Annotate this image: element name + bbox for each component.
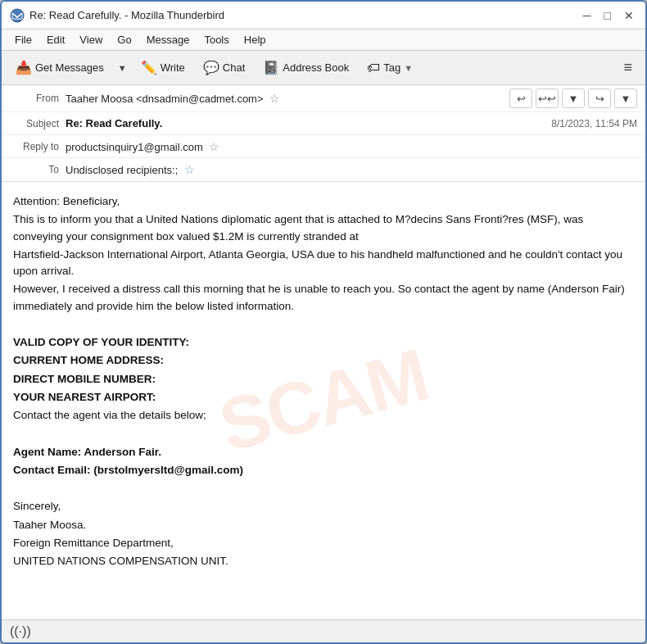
get-messages-label: Get Messages <box>35 61 104 74</box>
to-value: Undisclosed recipients:; ☆ <box>66 163 637 176</box>
reply-to-value: productsinquiry1@gmail.com ☆ <box>66 140 637 153</box>
write-button[interactable]: ✏️ Write <box>133 56 192 79</box>
from-label: From <box>10 93 59 104</box>
subject-label: Subject <box>10 118 59 129</box>
body-line-15: Taaher Moosa. <box>13 517 634 533</box>
menu-bar: File Edit View Go Message Tools Help <box>2 29 645 51</box>
write-icon: ✏️ <box>141 60 157 75</box>
body-line-9: Contact the agent via the details below; <box>13 407 634 424</box>
minimize-button[interactable]: ─ <box>580 7 595 24</box>
address-book-button[interactable]: 📓 Address Book <box>256 56 356 79</box>
reply-to-text: productsinquiry1@gmail.com <box>66 141 203 153</box>
chat-button[interactable]: 💬 Chat <box>196 56 252 79</box>
reply-to-star-icon[interactable]: ☆ <box>209 140 219 153</box>
signal-icon: ((·)) <box>10 624 31 639</box>
from-value: Taaher Moosa <dnsadmin@cadmet.com> ☆ <box>66 92 509 105</box>
menu-tools[interactable]: Tools <box>197 32 235 48</box>
menu-edit[interactable]: Edit <box>40 32 71 48</box>
write-label: Write <box>161 61 185 74</box>
body-line-11: Agent Name: Anderson Fair. <box>13 444 634 460</box>
menu-file[interactable]: File <box>8 32 38 48</box>
subject-row: Subject Re: Read Carefully. 8/1/2023, 11… <box>2 112 645 135</box>
get-messages-dropdown[interactable]: ▼ <box>115 59 130 77</box>
get-messages-button[interactable]: 📥 Get Messages <box>8 56 111 79</box>
tag-icon: 🏷 <box>367 61 380 75</box>
body-line-7: DIRECT MOBILE NUMBER: <box>13 371 634 388</box>
main-window: Re: Read Carefully. - Mozilla Thunderbir… <box>0 0 647 644</box>
body-line-0: Attention: Beneficiary, <box>13 193 634 210</box>
body-line-5: VALID COPY OF YOUR IDENTITY: <box>13 334 634 351</box>
menu-view[interactable]: View <box>73 32 109 48</box>
more-button[interactable]: ▼ <box>614 88 637 108</box>
address-book-label: Address Book <box>283 61 349 74</box>
body-line-1: This is to inform you that a United Nati… <box>13 211 634 245</box>
tag-label: Tag <box>383 61 400 74</box>
window-controls: ─ □ ✕ <box>580 7 637 24</box>
address-book-icon: 📓 <box>263 60 279 75</box>
body-line-4 <box>13 316 634 333</box>
to-star-icon[interactable]: ☆ <box>184 163 195 176</box>
header-action-buttons: ↩ ↩↩ ▼ ↪ ▼ <box>509 88 637 108</box>
title-bar-left: Re: Read Carefully. - Mozilla Thunderbir… <box>10 8 224 23</box>
body-line-12: Contact Email: (brstolmyersltd@gmail.com… <box>13 462 634 478</box>
toolbar: 📥 Get Messages ▼ ✏️ Write 💬 Chat 📓 Addre… <box>2 51 645 85</box>
from-star-icon[interactable]: ☆ <box>269 92 280 105</box>
expand-button[interactable]: ▼ <box>562 88 585 108</box>
tag-button[interactable]: 🏷 Tag ▼ <box>360 57 420 79</box>
tag-dropdown-arrow: ▼ <box>404 63 413 73</box>
body-line-2: Hartsfield-Jackson International Airport… <box>13 247 634 280</box>
body-line-14: Sincerely, <box>13 498 634 515</box>
reply-button[interactable]: ↩ <box>509 88 532 108</box>
body-line-17: UNITED NATIONS COMPENSATION UNIT. <box>13 553 634 569</box>
reply-all-button[interactable]: ↩↩ <box>536 88 559 108</box>
body-content: Attention: Beneficiary, This is to infor… <box>13 193 634 569</box>
body-line-16: Foreign Remittance Department, <box>13 535 634 551</box>
forward-button[interactable]: ↪ <box>588 88 611 108</box>
to-label: To <box>10 164 59 175</box>
get-messages-icon: 📥 <box>16 60 32 75</box>
status-bar: ((·)) <box>2 619 645 642</box>
menu-go[interactable]: Go <box>111 32 138 48</box>
maximize-button[interactable]: □ <box>601 7 614 24</box>
chat-label: Chat <box>223 61 245 74</box>
from-row: From Taaher Moosa <dnsadmin@cadmet.com> … <box>2 85 645 112</box>
to-text: Undisclosed recipients:; <box>66 164 178 176</box>
body-line-8: YOUR NEAREST AIRPORT: <box>13 389 634 406</box>
subject-left: Subject Re: Read Carefully. <box>10 117 162 129</box>
body-line-3: However, I received a distress call this… <box>13 281 634 315</box>
title-bar: Re: Read Carefully. - Mozilla Thunderbir… <box>2 2 645 29</box>
body-line-6: CURRENT HOME ADDRESS: <box>13 352 634 369</box>
menu-message[interactable]: Message <box>140 32 197 48</box>
body-line-13 <box>13 480 634 497</box>
reply-to-label: Reply to <box>10 141 59 152</box>
email-date: 8/1/2023, 11:54 PM <box>551 118 637 129</box>
body-line-10 <box>13 425 634 442</box>
app-icon <box>10 8 25 23</box>
email-body: SCAM Attention: Beneficiary, This is to … <box>2 182 645 619</box>
reply-to-row: Reply to productsinquiry1@gmail.com ☆ <box>2 135 645 158</box>
close-button[interactable]: ✕ <box>621 7 637 24</box>
subject-value: Re: Read Carefully. <box>66 117 162 129</box>
window-title: Re: Read Carefully. - Mozilla Thunderbir… <box>29 9 224 21</box>
email-headers: From Taaher Moosa <dnsadmin@cadmet.com> … <box>2 85 645 182</box>
menu-help[interactable]: Help <box>238 32 273 48</box>
from-text: Taaher Moosa <dnsadmin@cadmet.com> <box>66 93 264 105</box>
hamburger-menu-button[interactable]: ≡ <box>617 56 639 79</box>
chat-icon: 💬 <box>203 60 219 75</box>
to-row: To Undisclosed recipients:; ☆ <box>2 158 645 181</box>
